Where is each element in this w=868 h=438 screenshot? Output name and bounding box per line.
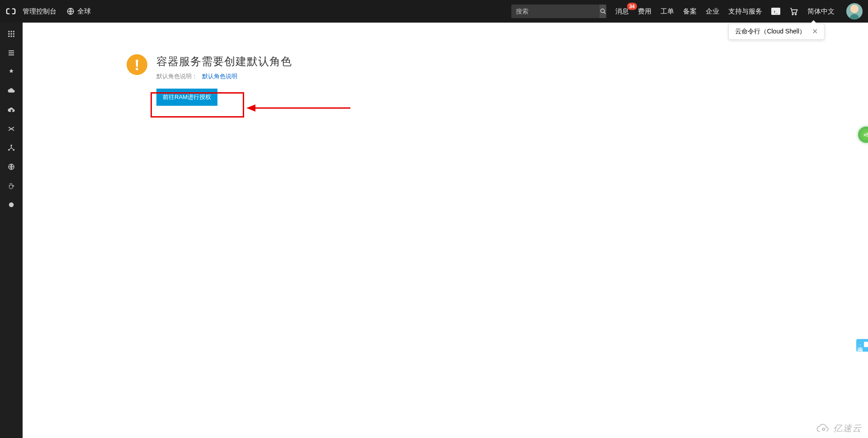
user-avatar[interactable] <box>846 3 863 19</box>
nav-icp[interactable]: 备案 <box>683 7 697 16</box>
top-header: 管理控制台 全球 消息 34 费用 工单 备案 企业 支持与服务 ›_ 简体中文 <box>0 0 868 23</box>
cloud-shell-button[interactable]: ›_ <box>771 7 780 15</box>
svg-point-1 <box>600 9 604 13</box>
console-link[interactable]: 管理控制台 <box>23 7 57 16</box>
feedback-label: 咨询·建议 <box>856 342 864 349</box>
notice-subtitle: 默认角色说明： 默认角色说明 <box>156 72 292 80</box>
notice-subtitle-text: 默认角色说明： <box>156 73 198 80</box>
top-right-group: 消息 34 费用 工单 备案 企业 支持与服务 ›_ 简体中文 <box>511 3 863 19</box>
watermark-cloud-icon <box>815 424 830 433</box>
notice-title: 容器服务需要创建默认角色 <box>156 54 292 69</box>
svg-rect-11 <box>11 36 12 37</box>
search-box <box>511 5 606 18</box>
nav-billing[interactable]: 费用 <box>638 7 651 16</box>
nav-tickets[interactable]: 工单 <box>660 7 674 16</box>
search-input[interactable] <box>511 8 599 15</box>
svg-rect-9 <box>13 33 14 35</box>
globe-icon <box>66 7 75 15</box>
svg-rect-7 <box>8 33 9 35</box>
svg-rect-4 <box>8 31 9 32</box>
svg-point-13 <box>10 145 12 146</box>
sidebar-cloud-upload-icon[interactable] <box>3 104 20 116</box>
go-ram-auth-button[interactable]: 前往RAM进行授权 <box>156 89 217 106</box>
left-sidebar <box>0 23 23 438</box>
cloud-shell-tooltip: 云命令行（Cloud Shell） ✕ <box>728 24 825 40</box>
svg-rect-8 <box>11 33 12 35</box>
tooltip-close-button[interactable]: ✕ <box>812 28 818 35</box>
nav-messages-label: 消息 <box>615 7 629 15</box>
nav-messages[interactable]: 消息 34 <box>615 7 629 16</box>
warning-icon: ! <box>127 54 147 75</box>
floating-promo-badge[interactable]: +5 <box>858 127 868 143</box>
region-selector[interactable]: 全球 <box>66 7 91 16</box>
messages-badge: 34 <box>627 3 637 10</box>
svg-point-17 <box>9 203 14 207</box>
svg-rect-10 <box>8 36 9 37</box>
svg-point-14 <box>8 149 10 151</box>
watermark-text: 亿速云 <box>833 422 862 434</box>
sidebar-shuffle-icon[interactable] <box>3 123 20 135</box>
cart-button[interactable] <box>789 7 798 15</box>
sidebar-grid-icon[interactable] <box>3 28 20 40</box>
main-content: ! 容器服务需要创建默认角色 默认角色说明： 默认角色说明 前往RAM进行授权 … <box>23 23 868 438</box>
svg-rect-12 <box>13 36 14 37</box>
watermark: 亿速云 <box>815 422 862 434</box>
nav-enterprise[interactable]: 企业 <box>706 7 719 16</box>
brand-logo-icon[interactable] <box>5 6 16 17</box>
notice-body: 容器服务需要创建默认角色 默认角色说明： 默认角色说明 前往RAM进行授权 <box>156 54 292 106</box>
cart-icon <box>789 7 798 16</box>
sidebar-cloud-icon[interactable] <box>3 85 20 97</box>
search-icon <box>600 8 606 14</box>
feedback-tab[interactable]: 咨询·建议 <box>856 339 868 352</box>
tooltip-label: 云命令行（Cloud Shell） <box>735 28 806 36</box>
svg-point-15 <box>13 149 14 151</box>
sidebar-medal-icon[interactable] <box>3 66 20 78</box>
nav-support[interactable]: 支持与服务 <box>728 7 762 16</box>
sidebar-list-icon[interactable] <box>3 47 20 59</box>
sidebar-cup-icon[interactable] <box>3 180 20 192</box>
terminal-icon: ›_ <box>771 8 780 15</box>
chat-bubble-icon <box>864 342 868 347</box>
region-label: 全球 <box>77 7 91 16</box>
search-button[interactable] <box>599 5 606 18</box>
sidebar-circle-icon[interactable] <box>3 199 20 211</box>
svg-rect-5 <box>11 31 12 32</box>
svg-point-2 <box>792 14 793 14</box>
svg-point-20 <box>822 428 825 430</box>
svg-point-3 <box>795 14 797 14</box>
notice-link[interactable]: 默认角色说明 <box>202 73 237 80</box>
top-left-group: 管理控制台 全球 <box>5 6 91 17</box>
sidebar-globe-small-icon[interactable] <box>3 161 20 173</box>
svg-rect-6 <box>13 31 14 32</box>
nav-language[interactable]: 简体中文 <box>807 7 835 16</box>
sidebar-nodes-icon[interactable] <box>3 142 20 154</box>
